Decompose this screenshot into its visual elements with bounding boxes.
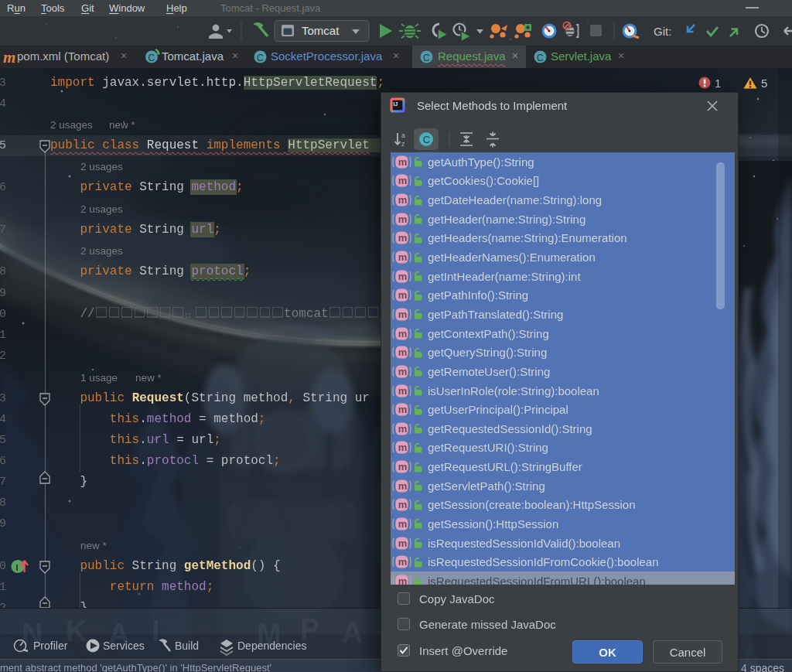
- svg-text:m: m: [398, 575, 408, 585]
- svg-text:C: C: [537, 53, 544, 63]
- svg-text:m: m: [398, 309, 408, 320]
- svg-text:C: C: [423, 53, 430, 63]
- svg-text:m: m: [398, 442, 408, 453]
- svg-text:1: 1: [715, 77, 721, 90]
- svg-text:5: 5: [761, 77, 767, 90]
- svg-text:m: m: [398, 366, 408, 377]
- svg-text:IJ: IJ: [394, 101, 398, 107]
- svg-text:m: m: [398, 385, 408, 397]
- svg-text:m: m: [398, 289, 408, 301]
- svg-text:m: m: [398, 175, 408, 186]
- svg-text:m: m: [398, 251, 408, 263]
- svg-text:m: m: [3, 48, 15, 67]
- svg-text:C: C: [257, 53, 264, 63]
- svg-text:m: m: [398, 156, 408, 168]
- svg-text:m: m: [398, 194, 408, 206]
- svg-text:m: m: [398, 346, 408, 358]
- svg-text:m: m: [398, 328, 408, 339]
- svg-text:Git:: Git:: [654, 25, 671, 38]
- svg-text:m: m: [398, 404, 408, 415]
- svg-text:z: z: [401, 140, 405, 148]
- svg-text:m: m: [398, 518, 408, 530]
- svg-text:m: m: [398, 499, 408, 510]
- svg-text:m: m: [398, 423, 408, 435]
- svg-text:C: C: [423, 134, 430, 145]
- svg-text:m: m: [398, 461, 408, 472]
- svg-text:Tomcat: Tomcat: [302, 24, 340, 37]
- svg-text:m: m: [398, 232, 408, 244]
- svg-text:m: m: [398, 271, 408, 282]
- svg-text:m: m: [398, 537, 408, 549]
- svg-text:m: m: [398, 213, 408, 225]
- svg-text:a: a: [401, 131, 405, 139]
- svg-text:C: C: [148, 53, 155, 63]
- svg-text:I: I: [16, 563, 19, 572]
- svg-text:m: m: [398, 556, 408, 568]
- svg-text:m: m: [398, 480, 408, 492]
